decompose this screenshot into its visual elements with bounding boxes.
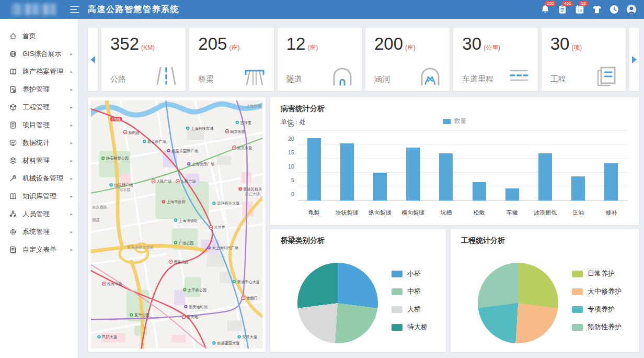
- user-avatar[interactable]: [626, 4, 637, 15]
- sidebar-item-10[interactable]: 人员管理▸: [0, 205, 78, 223]
- map[interactable]: 上海外滩1号线新闸路上海科技京城吉祥里南京东路南京东路新金桥广场雅居乐国际广场上…: [91, 100, 262, 349]
- project-pie-chart[interactable]: [478, 263, 558, 343]
- stat-card-隧道[interactable]: 12(座)隧道: [278, 28, 362, 91]
- bar-龟裂[interactable]: [307, 138, 321, 200]
- carousel-prev-button[interactable]: [88, 28, 98, 91]
- bar-松散[interactable]: [473, 182, 486, 200]
- stat-card-桥梁[interactable]: 205(座)桥梁: [189, 28, 273, 91]
- legend-item-专项养护[interactable]: 专项养护: [572, 305, 622, 314]
- legend-item-中桥[interactable]: 中桥: [392, 287, 428, 296]
- map-label: 吉祥里: [240, 120, 252, 125]
- personnel-icon: [9, 210, 17, 218]
- sidebar-item-4[interactable]: 工程管理▸: [0, 98, 78, 116]
- calendar-icon[interactable]: 1032: [574, 4, 585, 15]
- chevron-right-icon: ▸: [70, 105, 73, 110]
- clipboard-icon[interactable]: 461: [557, 4, 568, 15]
- sidebar-item-12[interactable]: 自定义表单▸: [0, 241, 78, 259]
- legend-label: 数量: [454, 117, 467, 126]
- sidebar-item-3[interactable]: 养护管理▸: [0, 81, 78, 98]
- sidebar-item-9[interactable]: 知识库管理▸: [0, 187, 78, 205]
- legend-item-大中修养护[interactable]: 大中修养护: [572, 287, 622, 296]
- poi-pin-dot: [187, 128, 188, 129]
- legend-item-小桥[interactable]: 小桥: [392, 269, 428, 278]
- sidebar-item-7[interactable]: 材料管理▸: [0, 152, 78, 170]
- sidebar-item-2[interactable]: 路产档案管理▸: [0, 63, 78, 81]
- map-label: 复兴公园: [134, 312, 150, 317]
- stat-card-工程[interactable]: 30(项)工程: [542, 28, 626, 91]
- legend-item-大桥[interactable]: 大桥: [392, 305, 428, 314]
- chevron-right-icon: ▸: [70, 140, 73, 146]
- poi-pin-dot: [175, 242, 176, 243]
- legend-item-特大桥[interactable]: 特大桥: [392, 322, 428, 332]
- bar-泛油[interactable]: [571, 176, 585, 200]
- map-label: 大世界: [214, 225, 225, 230]
- stat-value: 352: [110, 34, 139, 53]
- stat-label: 工程: [550, 74, 566, 84]
- sidebar-item-11[interactable]: 系统管理▸: [0, 223, 78, 241]
- legend-swatch: [443, 119, 451, 124]
- shirt-icon[interactable]: [592, 4, 602, 15]
- bar-坑槽[interactable]: [439, 153, 453, 200]
- bar-chart-x-labels: 龟裂块状裂缝纵向裂缝横向裂缝坑槽松散车辙波浪拥包泛油修补: [297, 209, 628, 217]
- sidebar-item-label: GIS综合展示: [22, 49, 61, 59]
- stat-unit: (KM): [141, 44, 155, 51]
- map-label: 黄陂南路: [174, 260, 189, 264]
- poi-pin-dot: [163, 201, 164, 202]
- poi-pin-dot: [209, 247, 210, 248]
- road-icon: [154, 64, 179, 87]
- bar-横向裂缝[interactable]: [406, 148, 420, 200]
- metro-station-glyph: [210, 227, 212, 228]
- legend-label: 特大桥: [407, 322, 428, 332]
- stat-card-公路[interactable]: 352(KM)公路: [101, 28, 186, 91]
- sidebar-item-0[interactable]: 首页: [0, 27, 78, 45]
- system-icon: [9, 228, 17, 236]
- legend-label: 日常养护: [588, 269, 615, 278]
- x-axis-label: 松散: [463, 209, 496, 217]
- sidebar-item-6[interactable]: 数据统计▸: [0, 134, 78, 152]
- chart-title: 桥梁类别分析: [281, 236, 435, 245]
- map-label: 延安东路立交桥: [126, 245, 154, 250]
- poi-pin-dot: [175, 220, 176, 221]
- engineering-icon: [9, 103, 17, 111]
- sidebar-item-label: 首页: [22, 31, 36, 41]
- chart-title: 工程统计分析: [461, 236, 629, 245]
- bar-块状裂缝[interactable]: [340, 143, 354, 200]
- legend-swatch: [392, 306, 402, 313]
- poi-pin-dot: [184, 289, 185, 290]
- metro-station-glyph: [183, 317, 185, 317]
- map-label: 上海科技京城: [191, 126, 214, 131]
- sidebar-item-5[interactable]: 项目管理▸: [0, 116, 78, 134]
- lane-icon: [506, 64, 531, 87]
- bridge-icon: [242, 64, 267, 87]
- map-label: 办公大楼: [245, 192, 260, 196]
- sidebar-item-label: 养护管理: [22, 85, 50, 94]
- stat-card-涵洞[interactable]: 200(座)涵洞: [365, 28, 450, 91]
- clock-icon[interactable]: [609, 4, 619, 15]
- stat-card-车道里程[interactable]: 30(公里)车道里程: [453, 28, 537, 91]
- chart-legend[interactable]: 数量: [443, 117, 467, 126]
- bar-车辙[interactable]: [505, 188, 519, 200]
- menu-toggle-icon[interactable]: [70, 6, 79, 13]
- legend-item-日常养护[interactable]: 日常养护: [572, 269, 622, 278]
- map-label: 南浦建国大厦: [216, 341, 239, 345]
- poi-pin-dot: [188, 163, 189, 164]
- stat-unit: (座): [307, 44, 318, 51]
- gis-icon: [9, 50, 17, 58]
- project-icon: [9, 121, 17, 129]
- sidebar-item-label: 项目管理: [22, 120, 50, 130]
- map-label: 上海博物馆: [179, 218, 198, 223]
- bell-icon[interactable]: 250: [540, 4, 550, 15]
- sidebar-item-1[interactable]: GIS综合展示▸: [0, 45, 78, 63]
- poi-pin-dot: [234, 281, 235, 282]
- sidebar-item-8[interactable]: 机械设备管理▸: [0, 170, 78, 187]
- bar-波浪拥包[interactable]: [538, 153, 552, 200]
- map-label: 上海世茂广场: [192, 162, 214, 166]
- y-axis-tick: 0: [282, 191, 294, 197]
- legend-item-预防性养护[interactable]: 预防性养护: [572, 322, 622, 332]
- map-label: 酒店: [92, 218, 99, 222]
- bridge-pie-chart[interactable]: [297, 263, 378, 343]
- bar-纵向裂缝[interactable]: [373, 173, 387, 200]
- sidebar-item-label: 自定义表单: [22, 245, 56, 254]
- bar-修补[interactable]: [604, 163, 618, 200]
- carousel-next-button[interactable]: [629, 28, 639, 91]
